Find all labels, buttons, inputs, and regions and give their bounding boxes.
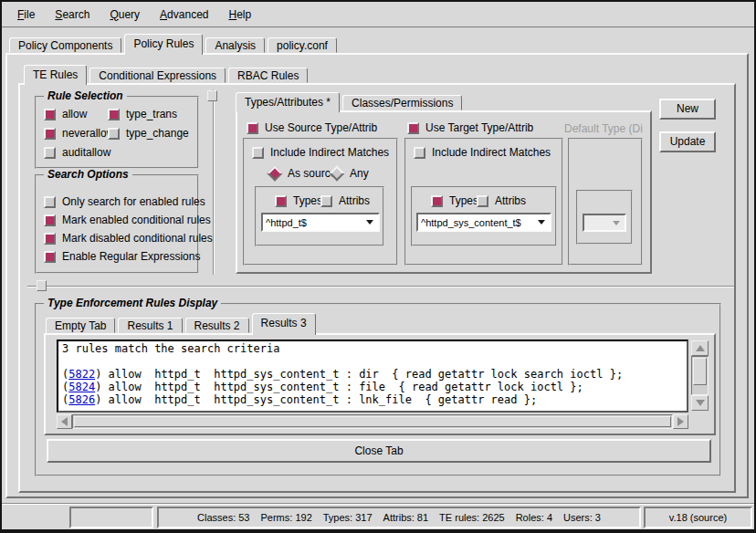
checkbox-auditallow[interactable]: auditallow (44, 146, 110, 159)
types-tab-bar: Types/Attributes * Classes/Permissions (236, 92, 465, 112)
status-perms: Perms: 192 (261, 512, 312, 523)
radio-label: Any (350, 167, 369, 180)
scroll-right-button[interactable] (673, 414, 688, 429)
menu-search[interactable]: Search (45, 5, 100, 24)
rule-line: (5826) allow httpd_t httpd_sys_content_t… (62, 393, 683, 406)
checkbox-indicator (414, 147, 425, 159)
policy-version: v.18 (source) (669, 512, 727, 523)
tab-rbac-rules[interactable]: RBAC Rules (228, 68, 308, 83)
checkbox-indicator (44, 251, 56, 263)
new-button[interactable]: New (659, 99, 716, 120)
checkbox-indicator (431, 195, 443, 207)
status-panel-stats: Classes: 53 Perms: 192 Types: 317 Attrib… (157, 507, 641, 528)
menubar: File Search Query Advanced Help (2, 2, 754, 28)
vertical-sash[interactable] (213, 89, 215, 275)
tab-policy-rules[interactable]: Policy Rules (124, 34, 203, 55)
checkbox-label: Include Indirect Matches (270, 146, 389, 159)
checkbox-indicator (108, 109, 120, 120)
checkbox-label: Attribs (495, 194, 526, 207)
menu-advanced[interactable]: Advanced (150, 5, 218, 24)
checkbox-type-trans[interactable]: type_trans (108, 108, 177, 120)
status-types: Types: 317 (323, 512, 373, 523)
menu-query[interactable]: Query (100, 5, 150, 24)
chevron-down-icon (613, 221, 620, 225)
radio-indicator (268, 166, 283, 182)
status-panel-empty (69, 507, 153, 528)
tab-empty-tab[interactable]: Empty Tab (46, 318, 115, 333)
checkbox-enable-regex[interactable]: Enable Regular Expressions (44, 250, 200, 263)
tab-conditional-expressions[interactable]: Conditional Expressions (89, 68, 226, 83)
results-text-area[interactable]: 3 rules match the search criteria (5822)… (57, 340, 688, 413)
status-attribs: Attribs: 81 (383, 512, 429, 523)
vertical-scrollbar-thumb[interactable] (693, 358, 707, 385)
vertical-sash-handle[interactable] (207, 90, 217, 101)
status-te-rules: TE rules: 2625 (439, 512, 505, 523)
arrow-right-icon (677, 417, 684, 426)
checkbox-mark-enabled-conditional[interactable]: Mark enabled conditional rules (44, 214, 211, 226)
source-type-value: ^httpd_t$ (263, 217, 364, 228)
radio-as-source[interactable]: As source (269, 167, 336, 180)
radio-indicator (330, 166, 345, 182)
tab-policy-components[interactable]: Policy Components (9, 37, 121, 53)
checkbox-label: neverallow (62, 127, 114, 140)
default-type-label: Default Type (Disabled) (564, 122, 643, 135)
close-tab-button[interactable]: Close Tab (47, 439, 711, 463)
app-window: File Search Query Advanced Help Policy C… (0, 0, 756, 533)
rule-id-link[interactable]: 5826 (68, 393, 95, 406)
checkbox-label: allow (62, 108, 87, 120)
menu-file[interactable]: File (7, 5, 45, 24)
checkbox-target-attribs[interactable]: Attribs (477, 194, 526, 207)
main-tab-bar: Policy Components Policy Rules Analysis … (9, 34, 340, 55)
checkbox-indicator (44, 196, 56, 208)
checkbox-indicator (247, 122, 258, 134)
rule-id-link[interactable]: 5822 (68, 368, 95, 381)
checkbox-source-types[interactable]: Types (275, 194, 322, 207)
checkbox-mark-disabled-conditional[interactable]: Mark disabled conditional rules (44, 232, 213, 245)
chevron-down-icon[interactable] (538, 220, 545, 225)
checkbox-indicator (320, 195, 332, 207)
checkbox-use-target-type[interactable]: Use Target Type/Attrib (407, 121, 533, 134)
te-rules-display-title: Type Enforcement Rules Display (44, 297, 221, 309)
source-type-combobox[interactable]: ^httpd_t$ (261, 213, 380, 232)
checkbox-label: type_change (126, 127, 189, 140)
scroll-left-button[interactable] (57, 414, 72, 429)
target-type-combobox[interactable]: ^httpd_sys_content_t$ (416, 213, 551, 232)
checkbox-source-attribs[interactable]: Attribs (320, 194, 370, 207)
horizontal-scrollbar-thumb[interactable] (74, 416, 671, 427)
checkbox-only-enabled-rules[interactable]: Only search for enabled rules (44, 195, 205, 208)
chevron-down-icon[interactable] (366, 220, 373, 225)
checkbox-indicator (44, 233, 56, 245)
status-users: Users: 3 (563, 512, 601, 523)
checkbox-source-indirect[interactable]: Include Indirect Matches (252, 146, 389, 159)
tab-results-2[interactable]: Results 2 (185, 318, 249, 333)
update-button[interactable]: Update (659, 131, 716, 152)
menu-help[interactable]: Help (218, 5, 261, 24)
scroll-down-button[interactable] (691, 395, 709, 411)
checkbox-target-types[interactable]: Types (431, 194, 478, 207)
checkbox-label: Mark enabled conditional rules (62, 214, 211, 226)
scroll-up-button[interactable] (691, 340, 709, 356)
checkbox-type-change[interactable]: type_change (108, 127, 189, 140)
checkbox-neverallow[interactable]: neverallow (44, 127, 114, 140)
checkbox-allow[interactable]: allow (44, 108, 87, 120)
rule-id-link[interactable]: 5824 (68, 381, 95, 393)
radio-any[interactable]: Any (331, 167, 369, 180)
blank-line (62, 355, 683, 368)
arrow-left-icon (61, 417, 68, 426)
checkbox-indicator (477, 195, 488, 207)
tab-results-1[interactable]: Results 1 (118, 318, 182, 333)
checkbox-indicator (44, 147, 56, 159)
horizontal-sash[interactable] (27, 286, 734, 287)
tab-te-rules[interactable]: TE Rules (24, 65, 87, 85)
tab-types-attributes[interactable]: Types/Attributes * (236, 92, 340, 112)
horizontal-sash-handle[interactable] (37, 280, 47, 291)
tab-classes-permissions[interactable]: Classes/Permissions (342, 95, 462, 110)
tab-analysis[interactable]: Analysis (205, 37, 265, 53)
checkbox-indicator (407, 122, 419, 134)
arrow-down-icon (696, 400, 705, 406)
target-type-value: ^httpd_sys_content_t$ (418, 217, 536, 228)
tab-results-3[interactable]: Results 3 (252, 313, 316, 335)
checkbox-use-source-type[interactable]: Use Source Type/Attrib (247, 121, 377, 134)
tab-policy-conf[interactable]: policy.conf (268, 37, 337, 53)
checkbox-target-indirect[interactable]: Include Indirect Matches (414, 146, 551, 159)
